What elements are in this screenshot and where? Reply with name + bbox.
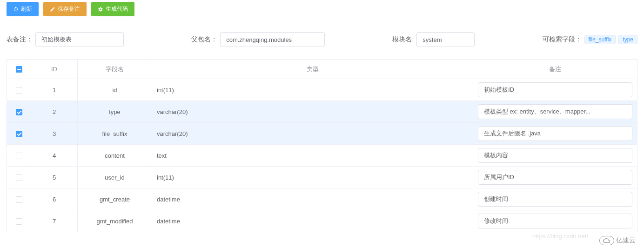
cell-id: 3 xyxy=(31,123,78,145)
remark-input[interactable] xyxy=(478,170,632,185)
table-remark-label: 表备注： xyxy=(7,35,33,44)
remark-input[interactable] xyxy=(478,214,632,228)
parent-package-label: 父包名： xyxy=(191,35,217,44)
remark-input[interactable] xyxy=(478,192,632,207)
refresh-label: 刷新 xyxy=(21,5,32,13)
parent-package-input[interactable] xyxy=(220,32,325,47)
cell-type: varchar(20) xyxy=(152,101,473,123)
save-remark-label: 保存备注 xyxy=(58,5,80,13)
form-row: 表备注： 父包名： 模块名: 可检索字段： file_suffix type xyxy=(7,32,637,47)
gear-icon xyxy=(98,7,103,12)
table-row: 4contenttext xyxy=(7,145,637,167)
header-type: 类型 xyxy=(152,60,473,79)
row-checkbox[interactable] xyxy=(16,218,22,225)
cell-type: datetime xyxy=(152,188,473,210)
cell-field: type xyxy=(78,101,152,123)
cell-type: int(11) xyxy=(152,79,473,101)
row-checkbox[interactable] xyxy=(16,131,22,137)
save-remark-button[interactable]: 保存备注 xyxy=(43,2,87,16)
tag-type[interactable]: type xyxy=(618,35,637,44)
row-checkbox[interactable] xyxy=(16,109,22,115)
select-all-checkbox[interactable] xyxy=(16,66,22,73)
table-row: 1idint(11) xyxy=(7,79,637,101)
row-checkbox[interactable] xyxy=(16,174,22,181)
row-checkbox[interactable] xyxy=(16,87,22,94)
fields-table: ID 字段名 类型 备注 1idint(11)2typevarchar(20)3… xyxy=(7,59,637,232)
cell-field: content xyxy=(78,145,152,167)
cell-type: datetime xyxy=(152,210,473,232)
generate-code-label: 生成代码 xyxy=(106,5,128,13)
cell-type: varchar(20) xyxy=(152,123,473,145)
generate-code-button[interactable]: 生成代码 xyxy=(91,2,134,16)
table-row: 2typevarchar(20) xyxy=(7,101,637,123)
cell-id: 7 xyxy=(31,210,78,232)
cell-id: 5 xyxy=(31,167,78,188)
table-row: 6gmt_createdatetime xyxy=(7,188,637,210)
cell-field: gmt_modified xyxy=(78,210,152,232)
header-id: ID xyxy=(31,60,78,79)
module-name-input[interactable] xyxy=(416,32,475,47)
edit-icon xyxy=(50,7,55,12)
table-remark-input[interactable] xyxy=(35,32,124,47)
cell-id: 2 xyxy=(31,101,78,123)
cell-field: id xyxy=(78,79,152,101)
module-name-label: 模块名: xyxy=(392,35,414,44)
cell-type: int(11) xyxy=(152,167,473,188)
cell-id: 4 xyxy=(31,145,78,167)
remark-input[interactable] xyxy=(478,82,632,97)
header-remark: 备注 xyxy=(473,60,637,79)
remark-input[interactable] xyxy=(478,126,632,141)
table-row: 7gmt_modifieddatetime xyxy=(7,210,637,232)
brand-logo: 亿速云 xyxy=(599,236,636,239)
watermark-text: https://blog.csdn.net/ xyxy=(532,233,588,239)
toolbar: 刷新 保存备注 生成代码 xyxy=(7,2,637,16)
cell-field: gmt_create xyxy=(78,188,152,210)
cell-id: 1 xyxy=(31,79,78,101)
module-name-group: 模块名: xyxy=(392,32,475,47)
table-row: 5user_idint(11) xyxy=(7,167,637,188)
searchable-fields-label: 可检索字段： xyxy=(543,35,582,44)
tag-file-suffix[interactable]: file_suffix xyxy=(584,35,616,44)
table-remark-group: 表备注： xyxy=(7,32,124,47)
table-header-row: ID 字段名 类型 备注 xyxy=(7,60,637,79)
searchable-fields-section: 可检索字段： file_suffix type xyxy=(543,35,638,44)
cloud-icon xyxy=(599,236,614,239)
row-checkbox[interactable] xyxy=(16,196,22,203)
cell-field: file_suffix xyxy=(78,123,152,145)
row-checkbox[interactable] xyxy=(16,153,22,159)
cell-id: 6 xyxy=(31,188,78,210)
remark-input[interactable] xyxy=(478,104,632,119)
cell-type: text xyxy=(152,145,473,167)
refresh-button[interactable]: 刷新 xyxy=(7,2,39,16)
refresh-icon xyxy=(13,7,19,12)
brand-text: 亿速云 xyxy=(616,236,636,239)
table-row: 3file_suffixvarchar(20) xyxy=(7,123,637,145)
header-field: 字段名 xyxy=(78,60,152,79)
cell-field: user_id xyxy=(78,167,152,188)
remark-input[interactable] xyxy=(478,148,632,163)
parent-package-group: 父包名： xyxy=(191,32,325,47)
